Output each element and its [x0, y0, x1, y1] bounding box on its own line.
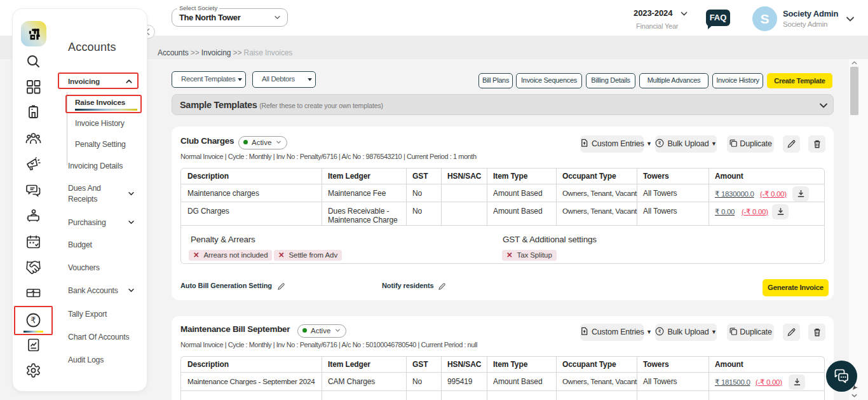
svg-text:₹: ₹ — [658, 329, 661, 334]
svg-text:₹: ₹ — [658, 141, 661, 146]
